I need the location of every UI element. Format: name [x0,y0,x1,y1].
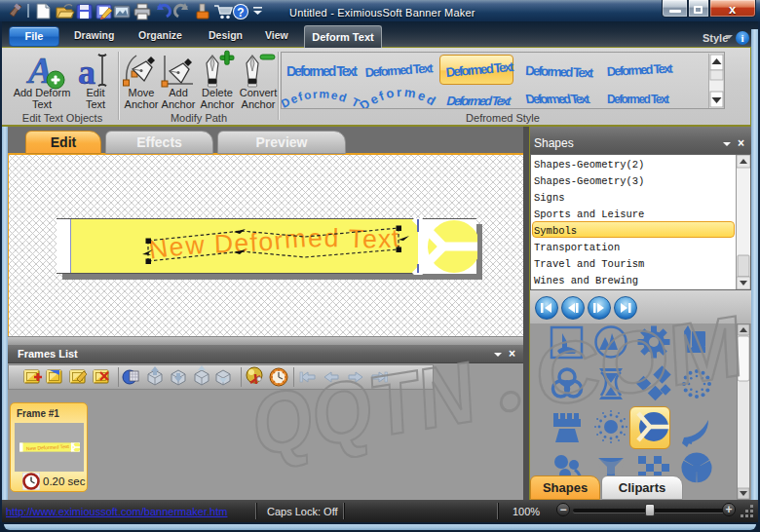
svg-text:?: ? [237,6,244,19]
svg-text:Deformed Te: Deformed Te [282,53,362,108]
svg-text:Deformed Text: Deformed Text [606,60,673,79]
svg-text:New Deformed Text: New Deformed Text [147,223,401,265]
svg-text:Deformed Text: Deformed Text [607,93,669,106]
svg-text:Deformed Text: Deformed Text [286,63,358,79]
svg-text:a: a [78,53,95,92]
svg-text:Deformed Text: Deformed Text [445,94,513,108]
svg-text:Deformed Text: Deformed Text [364,60,435,80]
svg-text:Deformed Text: Deformed Text [524,92,591,106]
svg-text:Deformed Text: Deformed Text [525,63,594,80]
svg-text:Deformed Text: Deformed Text [445,59,515,80]
